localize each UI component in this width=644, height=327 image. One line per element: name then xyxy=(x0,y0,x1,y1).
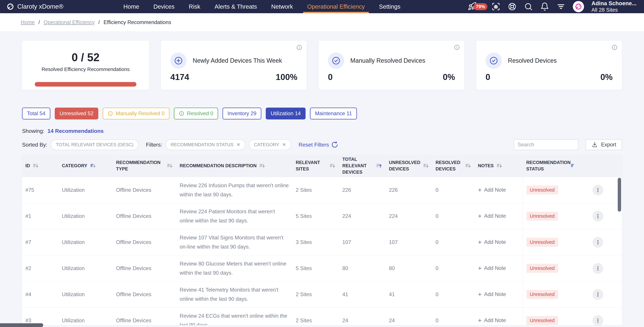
search-icon[interactable] xyxy=(524,2,533,11)
status-chip-unresolved-52[interactable]: Unresolved 52 xyxy=(55,108,98,120)
cell-category: Utilization xyxy=(58,265,113,272)
sort-filter-icon[interactable] xyxy=(423,163,429,169)
sort-filter-icon[interactable] xyxy=(376,163,382,169)
status-chip-total-54[interactable]: Total 54 xyxy=(22,108,50,120)
cell-id: #1 xyxy=(22,213,58,219)
column-label: TOTAL RELEVANT DEVICES xyxy=(342,156,373,175)
status-chip-resolved-0[interactable]: Resolved 0 xyxy=(174,108,218,120)
cell-resolved-devices: 0 xyxy=(432,187,474,193)
cell-relevant-sites: 5 Sites xyxy=(292,213,339,219)
column-header-unresolved-devices[interactable]: UNRESOLVED DEVICES xyxy=(386,160,432,172)
status-chip-maintenance-11[interactable]: Maintenance 11 xyxy=(310,108,357,120)
status-badge: Unresolved xyxy=(526,212,558,220)
info-icon[interactable] xyxy=(612,44,618,50)
bell-icon[interactable] xyxy=(540,2,549,11)
sort-filter-icon[interactable] xyxy=(167,163,173,169)
add-note-button[interactable]: + Add Note xyxy=(478,317,506,324)
nav-tab-settings[interactable]: Settings xyxy=(375,0,404,13)
filter-pill-recommendation-status[interactable]: RECOMMENDATION STATUS✕ xyxy=(166,139,246,150)
search-input[interactable] xyxy=(518,142,585,148)
info-icon[interactable] xyxy=(454,44,460,50)
column-header-id[interactable]: ID xyxy=(22,163,58,169)
close-icon[interactable]: ✕ xyxy=(282,142,286,148)
add-note-button[interactable]: + Add Note xyxy=(478,265,506,272)
nav-tab-alerts-threats[interactable]: Alerts & Threats xyxy=(210,0,261,13)
sort-filter-icon[interactable] xyxy=(465,163,471,169)
sort-filter-icon[interactable] xyxy=(496,163,502,169)
cell-description: Review 224 Patient Monitors that weren't… xyxy=(176,207,292,225)
row-menu-button[interactable] xyxy=(592,263,603,274)
column-header-recommendation-description[interactable]: RECOMMENDATION DESCRIPTION xyxy=(176,163,292,169)
kebab-icon xyxy=(595,187,601,193)
export-button[interactable]: Export xyxy=(586,139,622,150)
filter-lines-icon[interactable] xyxy=(556,2,565,11)
close-icon[interactable]: ✕ xyxy=(236,142,240,148)
nav-tab-risk[interactable]: Risk xyxy=(185,0,204,13)
column-header-recommendation-type[interactable]: RECOMMENDATION TYPE xyxy=(113,160,176,172)
sort-filter-icon[interactable] xyxy=(330,163,336,169)
kebab-icon xyxy=(595,266,601,271)
nav-tab-operational-efficiency[interactable]: Operational Efficiency xyxy=(303,0,369,13)
horizontal-scrollbar[interactable] xyxy=(0,323,43,327)
column-header-category[interactable]: CATEGORY xyxy=(58,163,113,169)
row-menu-button[interactable] xyxy=(592,211,603,222)
vertical-scrollbar[interactable] xyxy=(618,178,621,212)
brand[interactable]: Claroty xDome® xyxy=(6,3,64,10)
usage-rocket-button[interactable]: 79% xyxy=(468,2,484,11)
sort-filter-icon[interactable] xyxy=(90,163,96,169)
add-note-button[interactable]: + Add Note xyxy=(478,213,506,219)
cell-id: #3 xyxy=(22,318,58,324)
cell-notes: + Add Note xyxy=(474,239,523,246)
user-block[interactable]: Adina Schoene... All 28 Sites xyxy=(592,0,636,14)
cell-description: Review 226 Infusion Pumps that weren't o… xyxy=(176,181,292,199)
column-label: UNRESOLVED DEVICES xyxy=(389,160,420,172)
status-chip-manually-resolved-0[interactable]: Manually Resolved 0 xyxy=(103,108,170,120)
column-header-total-relevant-devices[interactable]: TOTAL RELEVANT DEVICES xyxy=(339,156,386,175)
column-header-resolved-devices[interactable]: RESOLVED DEVICES xyxy=(432,160,474,172)
nav-tab-network[interactable]: Network xyxy=(267,0,297,13)
controls-line: Sorted By: TOTAL RELEVANT DEVICES (DESC)… xyxy=(22,139,514,150)
status-chip-inventory-29[interactable]: Inventory 29 xyxy=(222,108,261,120)
cell-total-devices: 41 xyxy=(339,292,386,298)
column-header-relevant-sites[interactable]: RELEVANT SITES xyxy=(292,160,339,172)
cell-relevant-sites: 3 Sites xyxy=(292,239,339,245)
nav-tab-home[interactable]: Home xyxy=(119,0,143,13)
row-menu-button[interactable] xyxy=(592,185,603,196)
progress-value: 0 / 52 xyxy=(72,51,100,64)
row-menu-button[interactable] xyxy=(592,289,603,300)
breadcrumb-item-home[interactable]: Home xyxy=(21,19,35,26)
row-menu-button[interactable] xyxy=(592,315,603,325)
check-circle-icon xyxy=(486,52,502,69)
status-chip-utilization-14[interactable]: Utilization 14 xyxy=(266,108,306,120)
column-header-recommendation-status[interactable]: RECOMMENDATION STATUS xyxy=(523,160,580,172)
add-note-button[interactable]: + Add Note xyxy=(478,291,506,298)
sort-pill[interactable]: TOTAL RELEVANT DEVICES (DESC) xyxy=(51,140,138,150)
help-lifebuoy-icon[interactable] xyxy=(508,2,516,11)
breadcrumb-item-operational-efficiency[interactable]: Operational Efficiency xyxy=(44,19,94,26)
avatar[interactable] xyxy=(573,1,584,12)
column-header-notes[interactable]: NOTES xyxy=(474,163,523,169)
table-row: #75 Utilization Offline Devices Review 2… xyxy=(22,177,622,203)
table-body: #75 Utilization Offline Devices Review 2… xyxy=(22,177,622,325)
search-box xyxy=(514,139,578,150)
stat-foot: 4174 100% xyxy=(170,72,298,82)
filter-pill-category[interactable]: CATEGORY✕ xyxy=(249,139,291,150)
nav-tab-devices[interactable]: Devices xyxy=(149,0,178,13)
row-menu-button[interactable] xyxy=(592,237,603,248)
sort-filter-icon[interactable] xyxy=(33,163,39,169)
sort-filter-icon[interactable] xyxy=(570,163,576,169)
reset-filters-button[interactable]: Reset Filters xyxy=(298,141,338,148)
chip-label: Inventory 29 xyxy=(228,110,256,116)
cell-resolved-devices: 0 xyxy=(432,292,474,298)
cell-recommendation-type: Offline Devices xyxy=(113,239,176,245)
info-icon[interactable] xyxy=(296,44,302,50)
cell-id: #4 xyxy=(22,292,58,298)
plus-icon: + xyxy=(478,317,482,324)
progress-card: 0 / 52 Resolved Efficiency Recommendatio… xyxy=(22,41,149,90)
sort-filter-icon[interactable] xyxy=(259,163,266,169)
screenshot-icon[interactable] xyxy=(492,2,500,11)
add-note-button[interactable]: + Add Note xyxy=(478,187,506,193)
add-note-button[interactable]: + Add Note xyxy=(478,239,506,245)
cell-notes: + Add Note xyxy=(474,291,523,298)
column-label: NOTES xyxy=(478,163,494,169)
